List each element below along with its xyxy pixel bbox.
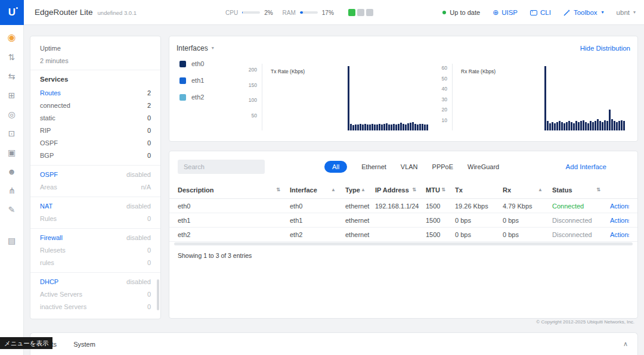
interfaces-icon[interactable]: ⇆: [8, 72, 16, 80]
y-axis-tick: 60: [442, 65, 447, 71]
filter-wireguard[interactable]: WireGuard: [467, 163, 499, 170]
stat-label[interactable]: NAT: [40, 203, 52, 210]
ram-meter-fill: [300, 11, 303, 14]
traffic-analysis-icon[interactable]: ⇅: [8, 53, 16, 61]
wizards-icon[interactable]: ✎: [8, 205, 16, 214]
row-actions-link[interactable]: Actions: [610, 231, 629, 238]
sort-icon[interactable]: ⇅: [412, 187, 416, 192]
chart-bar: [614, 121, 615, 130]
column-header: Description⇅: [178, 186, 290, 194]
stat-label: BGP: [40, 152, 54, 160]
chart-bar: [402, 124, 404, 130]
table-row[interactable]: eth1eth1ethernet15000 bps0 bpsDisconnect…: [169, 213, 637, 228]
column-label[interactable]: Interface: [290, 186, 317, 194]
toolbox-button[interactable]: Toolbox ▾: [564, 9, 604, 16]
stat-label[interactable]: Routes: [40, 89, 61, 97]
row-actions-link[interactable]: Actions: [610, 203, 629, 210]
filter-all[interactable]: All: [324, 161, 347, 173]
table-row[interactable]: eth0eth0ethernet192.168.1.1/24150019.26 …: [169, 199, 637, 213]
services-icon[interactable]: ◎: [8, 110, 15, 119]
cell-type: ethernet: [345, 217, 375, 224]
filter-pppoe[interactable]: PPPoE: [432, 163, 453, 170]
ubiquiti-logo[interactable]: U: [0, 0, 24, 25]
stat-value: n/A: [141, 183, 151, 191]
sort-icon[interactable]: ⇅: [276, 187, 280, 192]
chart-bar: [393, 124, 395, 130]
chart-bar: [381, 124, 383, 130]
stat-value: 0: [147, 247, 151, 254]
toolbox-label: Toolbox: [574, 9, 597, 16]
update-status: Up to date: [442, 9, 480, 16]
search-input[interactable]: [178, 160, 265, 174]
cli-button[interactable]: CLI: [530, 9, 551, 16]
column-label[interactable]: Type: [345, 186, 360, 194]
table-row[interactable]: eth2eth2ethernet15000 bps0 bpsDisconnect…: [169, 228, 637, 242]
column-label[interactable]: Status: [552, 186, 572, 194]
column-label[interactable]: Tx: [455, 186, 463, 194]
routing-icon[interactable]: ⊞: [8, 91, 16, 99]
sort-icon[interactable]: ▲: [361, 187, 366, 192]
hide-distribution-link[interactable]: Hide Distribution: [580, 45, 630, 52]
sidebar-stat-row: RIP0: [40, 127, 151, 135]
stat-label[interactable]: DHCP: [40, 278, 58, 286]
chevron-down-icon[interactable]: ▾: [212, 46, 214, 51]
stat-label: rules: [40, 259, 54, 267]
sort-icon[interactable]: ▲: [331, 187, 336, 192]
stat-value: 0: [147, 114, 151, 122]
cpu-meter-fill: [242, 11, 243, 14]
chart-bar: [554, 123, 556, 130]
sort-icon[interactable]: ▲: [538, 187, 543, 192]
bottom-tab-system[interactable]: System: [73, 341, 95, 348]
chart-bar: [369, 124, 371, 130]
legend-swatch: [179, 77, 186, 84]
config-tree-icon[interactable]: ⋔: [8, 186, 16, 195]
stat-label: Areas: [40, 183, 57, 191]
chart-bar: [357, 124, 359, 130]
collapse-chevron-icon[interactable]: ∧: [623, 340, 628, 348]
chart-bar: [383, 124, 385, 130]
y-axis-tick: 200: [249, 67, 257, 73]
add-interface-button[interactable]: Add Interface: [566, 163, 606, 170]
support-icon[interactable]: ▤: [8, 236, 16, 245]
status-badge: Disconnected: [552, 217, 610, 224]
sidebar-stat-row: rules0: [40, 259, 151, 267]
users-icon[interactable]: ☻: [7, 167, 16, 176]
account-menu[interactable]: ubnt ▾: [617, 9, 636, 16]
cli-window-icon[interactable]: ▣: [8, 148, 16, 157]
sort-icon[interactable]: ⇅: [441, 187, 445, 192]
vertical-scrollbar[interactable]: [157, 279, 159, 310]
stat-value: disabled: [126, 171, 151, 179]
terminal-icon[interactable]: ⊡: [8, 129, 16, 138]
chart-bar: [556, 122, 558, 130]
chart-bar: [585, 122, 587, 130]
column-label[interactable]: IP Address: [375, 186, 409, 194]
sort-icon[interactable]: ⇅: [596, 187, 600, 192]
account-name: ubnt: [617, 9, 630, 16]
stat-label[interactable]: Firewall: [40, 234, 63, 242]
filter-ethernet[interactable]: Ethernet: [361, 163, 386, 170]
legend-item-eth2[interactable]: eth2: [179, 94, 204, 101]
uisp-button[interactable]: ⊕ UISP: [493, 9, 518, 16]
interfaces-title[interactable]: Interfaces: [177, 44, 208, 52]
dashboard-icon[interactable]: ◉: [8, 33, 16, 42]
stats-panel: Uptime 2 minutes ServicesRoutes2connecte…: [30, 36, 161, 319]
cell-ip-address: 192.168.1.1/24: [375, 203, 426, 210]
port-indicator-2: [366, 9, 373, 16]
chart-bar: [609, 110, 611, 130]
y-axis-tick: 10: [442, 117, 447, 123]
column-label[interactable]: Rx: [503, 186, 511, 194]
column-label[interactable]: MTU: [426, 186, 440, 194]
stat-label[interactable]: OSPF: [40, 171, 58, 179]
chart-bar: [611, 119, 613, 130]
row-actions-link[interactable]: Actions: [610, 217, 629, 224]
horizontal-scrollbar[interactable]: [174, 242, 633, 245]
legend-label: eth0: [191, 60, 204, 67]
column-label[interactable]: Description: [178, 186, 214, 194]
filter-vlan[interactable]: VLAN: [401, 163, 418, 170]
legend-item-eth1[interactable]: eth1: [179, 77, 204, 84]
chart-bar: [583, 120, 584, 131]
cpu-value: 2%: [264, 10, 273, 16]
top-bar: U EdgeRouter Lite undefined 3.0.1 CPU 2%…: [0, 0, 644, 25]
legend-item-eth0[interactable]: eth0: [179, 60, 204, 67]
legend-label: eth2: [191, 94, 204, 101]
